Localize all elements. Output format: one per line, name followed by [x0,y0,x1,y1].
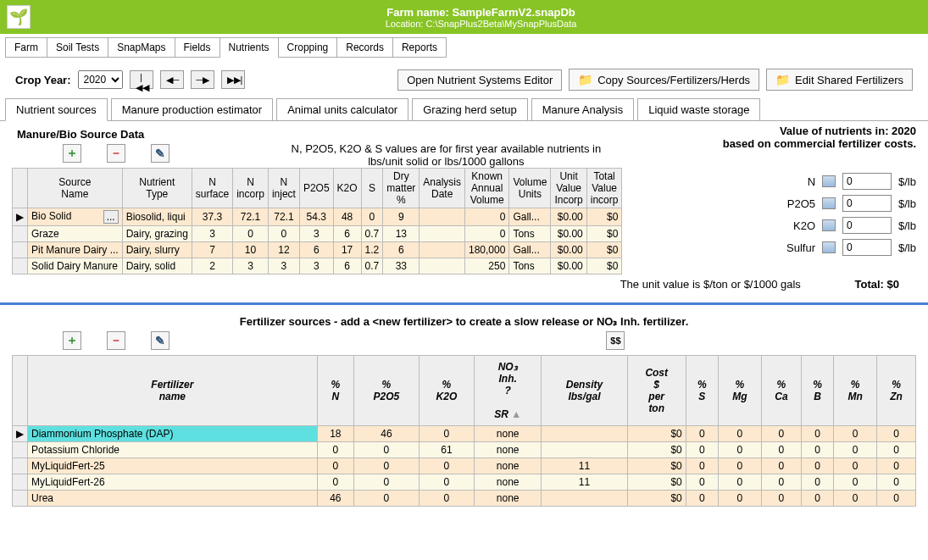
location-label: Location: [386,19,424,29]
subtab-manure-production-estimator[interactable]: Manure production estimator [111,98,273,120]
edit-fertilizer-button[interactable]: ✎ [151,331,169,350]
subtab-liquid-waste-storage[interactable]: Liquid waste storage [637,98,760,120]
unit-label: $/lb [898,241,916,254]
manure-note2: lbs/unit solid or lbs/1000 gallons [169,155,723,168]
unit-label: $/lb [898,175,916,188]
value-box: Value of nutrients in: 2020 based on com… [723,125,916,150]
menu-records[interactable]: Records [336,37,393,58]
menu-nutrients[interactable]: Nutrients [219,37,279,58]
add-source-button[interactable]: ＋ [63,144,81,163]
fertilizer-row[interactable]: Potassium Chloride0061none$0000000 [13,442,916,458]
fertilizer-row[interactable]: ▶Diammonium Phosphate (DAP)18460none$000… [13,426,916,442]
nutrient-label: P2O5 [773,197,815,210]
calculator-icon[interactable] [822,175,836,187]
fertilizer-grid[interactable]: Fertilizername%N%P2O5%K2ONO₃Inh.?SR ▲Den… [12,355,916,507]
calculator-icon[interactable] [822,219,836,231]
nutrient-label: K2O [773,219,815,232]
copy-sources-button[interactable]: 📁Copy Sources/Fertilizers/Herds [569,69,759,91]
total-value: $0 [887,278,899,291]
nutrient-cost-inputs: N$/lbP2O5$/lbK2O$/lbSulfur$/lb [773,168,916,261]
nav-first-button[interactable]: |◀◀ [130,70,153,89]
edit-shared-button[interactable]: 📁Edit Shared Fertilizers [766,69,913,91]
nutrient-label: Sulfur [773,241,815,254]
ellipsis-button[interactable]: ... [103,210,119,224]
fertilizer-row[interactable]: MyLiquidFert-25000none11$0000000 [13,458,916,474]
edit-source-button[interactable]: ✎ [151,144,169,163]
manure-grid[interactable]: SourceNameNutrientTypeNsurfaceNincorpNin… [12,168,622,274]
fertilizer-row[interactable]: Urea4600none$0000000 [13,491,916,507]
nutrient-cost-input[interactable] [842,217,892,234]
menu-cropping[interactable]: Cropping [278,37,338,58]
nutrient-cost-input[interactable] [842,239,892,256]
nutrient-cost-input[interactable] [842,195,892,212]
nav-prev-button[interactable]: ◀─ [160,70,184,89]
unit-value-note: The unit value is $/ton or $/1000 gals [620,278,801,291]
menu-snapmaps[interactable]: SnapMaps [108,37,175,58]
price-button[interactable]: $$ [606,331,625,350]
calculator-icon[interactable] [822,241,836,253]
folder-icon: 📁 [578,73,592,86]
nav-last-button[interactable]: ▶▶| [221,70,245,89]
toolbar: Crop Year: 2020 |◀◀ ◀─ ─▶ ▶▶| Open Nutri… [0,62,928,97]
divider [0,302,928,305]
crop-year-label: Crop Year: [15,74,71,86]
total-label: Total: [854,278,883,291]
farm-name: SampleFarmV2.snapDb [453,6,575,19]
add-fertilizer-button[interactable]: ＋ [63,331,81,350]
crop-year-select[interactable]: 2020 [78,70,123,89]
open-nutrient-editor-button[interactable]: Open Nutrient Systems Editor [397,69,562,91]
manure-row[interactable]: Solid Dairy ManureDairy, solid233360.733… [13,258,622,274]
subtab-animal-units-calculator[interactable]: Animal units calculator [276,98,408,120]
subtab-grazing-herd-setup[interactable]: Grazing herd setup [412,98,528,120]
menu-reports[interactable]: Reports [392,37,447,58]
calculator-icon[interactable] [822,197,836,209]
manure-row[interactable]: ▶Bio Solid ...Biosolid, liqui37.372.172.… [13,208,622,226]
menu-farm[interactable]: Farm [5,37,47,58]
fertilizer-row[interactable]: MyLiquidFert-26000none11$0000000 [13,474,916,491]
app-logo: 🌱 [7,5,31,29]
manure-row[interactable]: GrazeDairy, grazing300360.7130Tons$0.00$… [13,226,622,242]
main-menu: FarmSoil TestsSnapMapsFieldsNutrientsCro… [0,34,928,62]
farm-label: Farm name: [386,6,449,19]
nav-next-button[interactable]: ─▶ [191,70,214,89]
subtab-nutrient-sources[interactable]: Nutrient sources [5,98,108,121]
unit-label: $/lb [898,197,916,210]
menu-fields[interactable]: Fields [175,37,220,58]
manure-title: Manure/Bio Source Data [17,128,723,141]
nutrient-label: N [773,175,815,188]
manure-note: N, P2O5, K2O & S values are for first ye… [169,142,723,155]
manure-row[interactable]: Pit Manure Dairy ...Dairy, slurry7101261… [13,242,622,258]
fertilizer-title: Fertilizer sources - add a <new fertiliz… [12,315,916,328]
app-header: 🌱 Farm name: SampleFarmV2.snapDb Locatio… [0,0,928,34]
folder-icon: 📁 [775,73,790,86]
sub-tabs: Nutrient sourcesManure production estima… [0,97,928,121]
unit-label: $/lb [898,219,916,232]
subtab-manure-analysis[interactable]: Manure Analysis [531,98,634,120]
remove-source-button[interactable]: － [107,144,125,163]
nutrient-cost-input[interactable] [842,173,892,190]
remove-fertilizer-button[interactable]: － [107,331,125,350]
menu-soil-tests[interactable]: Soil Tests [47,37,108,58]
location-path: C:\SnapPlus2Beta\MySnapPlusData [425,19,576,29]
